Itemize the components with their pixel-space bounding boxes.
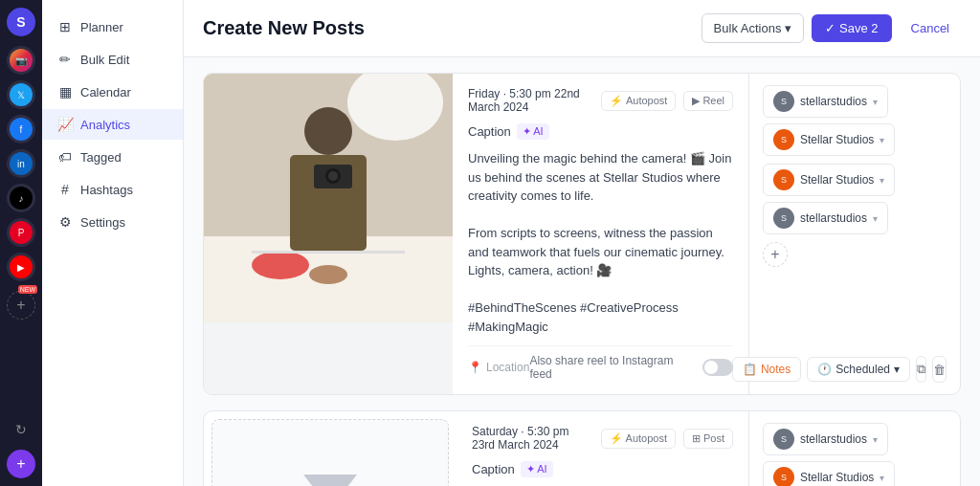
social-icon-youtube[interactable]: ▶ <box>7 253 35 281</box>
account-chip-2a[interactable]: S stellarstudios ▾ <box>763 423 888 455</box>
caption-label-1: Caption <box>468 124 511 139</box>
autopost-icon-2: ⚡ <box>610 432 623 445</box>
ai-badge-1[interactable]: ✦ AI <box>517 123 549 140</box>
account-avatar-1a: S <box>773 91 794 112</box>
post-accounts-1: S stellarstudios ▾ S Stellar Studios ▾ S… <box>749 74 960 394</box>
bulk-actions-button[interactable]: Bulk Actions ▾ <box>702 13 805 43</box>
social-icon-twitter[interactable]: 𝕏 <box>7 80 35 109</box>
settings-icon: ⚙ <box>57 214 73 230</box>
sidebar-item-calendar[interactable]: ▦ Calendar <box>42 77 183 107</box>
bulk-edit-icon: ✏ <box>57 52 73 67</box>
sidebar-label-tagged: Tagged <box>80 150 122 165</box>
bulk-actions-chevron: ▾ <box>785 21 791 35</box>
sidebar-label-bulk-edit: Bulk Edit <box>80 53 129 67</box>
save-label: ✓ Save 2 <box>825 21 878 35</box>
post-text-1: Unveiling the magic behind the camera! 🎬… <box>468 149 733 336</box>
account-chip-1b[interactable]: S Stellar Studios ▾ <box>763 123 895 156</box>
page-title: Create New Posts <box>203 17 365 39</box>
autopost-tag-2[interactable]: ⚡ Autopost <box>601 429 676 449</box>
svg-point-9 <box>252 251 309 279</box>
post-date-1: Friday · 5:30 pm 22nd March 2024 <box>468 87 593 114</box>
chevron-icon-2b: ▾ <box>880 473 884 483</box>
social-icon-linkedin[interactable]: in <box>7 149 35 178</box>
user-avatar[interactable]: S <box>7 8 35 36</box>
type-tag-2[interactable]: ⊞ Post <box>683 429 733 449</box>
trash-icon: 🗑 <box>933 363 946 377</box>
cancel-button[interactable]: Cancel <box>900 14 961 42</box>
sidebar: ⊞ Planner ✏ Bulk Edit ▦ Calendar 📈 Analy… <box>42 0 184 486</box>
toggle-switch-1[interactable] <box>702 359 733 376</box>
post-image-2: + + Images or Videos <box>212 419 449 486</box>
account-name-1d: stellarstudios <box>800 211 867 225</box>
social-icon-facebook[interactable]: f <box>7 115 35 144</box>
account-chip-1d[interactable]: S stellarstudios ▾ <box>763 202 888 234</box>
sidebar-item-settings[interactable]: ⚙ Settings <box>42 207 183 237</box>
account-chip-1c[interactable]: S Stellar Studios ▾ <box>763 164 895 196</box>
sidebar-label-settings: Settings <box>80 215 125 230</box>
calendar-icon: ▦ <box>57 84 73 99</box>
type-label-2: Post <box>703 432 724 444</box>
account-avatar-1c: S <box>773 169 794 190</box>
cancel-label: Cancel <box>911 21 949 35</box>
location-icon: 📍 <box>468 361 482 374</box>
sidebar-item-hashtags[interactable]: # Hashtags <box>42 174 183 205</box>
save-button[interactable]: ✓ Save 2 <box>812 14 891 42</box>
account-avatar-1b: S <box>773 129 794 150</box>
refresh-icon[interactable]: ↻ <box>7 415 35 444</box>
share-toggle-1: Also share reel to Instagram feed <box>529 354 733 381</box>
autopost-icon-1: ⚡ <box>610 95 623 107</box>
scheduled-chevron: ▾ <box>894 363 900 376</box>
delete-button-1[interactable]: 🗑 <box>932 356 947 383</box>
add-social-button[interactable]: + <box>7 291 35 320</box>
svg-point-8 <box>328 171 338 181</box>
social-icon-pinterest[interactable]: P <box>7 218 35 247</box>
hashtags-icon: # <box>57 182 73 197</box>
type-icon-2: ⊞ <box>692 432 701 445</box>
account-avatar-2a: S <box>773 429 794 450</box>
caption-row-2: Caption ✦ AI <box>472 461 733 477</box>
share-label-1: Also share reel to Instagram feed <box>529 354 697 381</box>
scheduled-label: Scheduled <box>835 363 890 376</box>
sidebar-label-calendar: Calendar <box>80 85 131 99</box>
sidebar-item-planner[interactable]: ⊞ Planner <box>42 11 183 42</box>
social-icon-instagram[interactable]: 📷 <box>7 46 35 75</box>
create-icon[interactable]: + <box>7 450 35 478</box>
autopost-tag-1[interactable]: ⚡ Autopost <box>601 91 676 111</box>
add-account-button-1[interactable]: + <box>763 242 788 267</box>
toggle-knob-1 <box>704 361 718 374</box>
scheduled-button-1[interactable]: 🕐 Scheduled ▾ <box>807 357 910 382</box>
account-chip-2b[interactable]: S Stellar Studios ▾ <box>763 461 895 486</box>
account-chip-1a[interactable]: S stellarstudios ▾ <box>763 85 888 118</box>
tagged-icon: 🏷 <box>57 149 73 165</box>
post-date-2: Saturday · 5:30 pm 23rd March 2024 <box>472 425 593 452</box>
location-tag-1[interactable]: 📍 Location <box>468 361 529 374</box>
chevron-icon-1b: ▾ <box>880 135 884 145</box>
caption-row-1: Caption ✦ AI <box>468 123 733 140</box>
autopost-label-1: Autopost <box>626 95 667 106</box>
icon-bar: S 📷 𝕏 f in ♪ P ▶ + NEW ↻ + <box>0 0 42 486</box>
analytics-icon: 📈 <box>57 117 73 132</box>
account-avatar-2b: S <box>773 467 794 486</box>
chevron-icon-2a: ▾ <box>873 434 878 445</box>
post-meta-1: Friday · 5:30 pm 22nd March 2024 ⚡ Autop… <box>468 87 733 114</box>
type-label-1: Reel <box>702 95 724 106</box>
notes-button-1[interactable]: 📋 Notes <box>732 357 801 382</box>
main-content: Create New Posts Bulk Actions ▾ ✓ Save 2… <box>184 0 980 486</box>
autopost-label-2: Autopost <box>626 432 667 444</box>
account-name-2b: Stellar Studios <box>800 471 874 484</box>
location-row-1: 📍 Location Also share reel to Instagram … <box>468 345 733 381</box>
type-tag-1[interactable]: ▶ Reel <box>683 91 733 111</box>
sidebar-item-bulk-edit[interactable]: ✏ Bulk Edit <box>42 44 183 75</box>
bulk-actions-label: Bulk Actions <box>714 21 782 35</box>
sidebar-item-tagged[interactable]: 🏷 Tagged <box>42 142 183 172</box>
svg-rect-11 <box>252 251 405 254</box>
post-accounts-2: S stellarstudios ▾ S Stellar Studios ▾ S… <box>749 411 960 486</box>
social-icon-tiktok[interactable]: ♪ <box>7 184 35 212</box>
post-meta-2: Saturday · 5:30 pm 23rd March 2024 ⚡ Aut… <box>472 425 733 452</box>
clock-icon: 🕐 <box>817 363 832 376</box>
caption-label-2: Caption <box>472 462 515 476</box>
sidebar-item-analytics[interactable]: 📈 Analytics <box>42 109 183 140</box>
account-name-2a: stellarstudios <box>800 432 867 446</box>
duplicate-button-1[interactable]: ⧉ <box>916 356 926 383</box>
ai-badge-2[interactable]: ✦ AI <box>521 461 553 477</box>
